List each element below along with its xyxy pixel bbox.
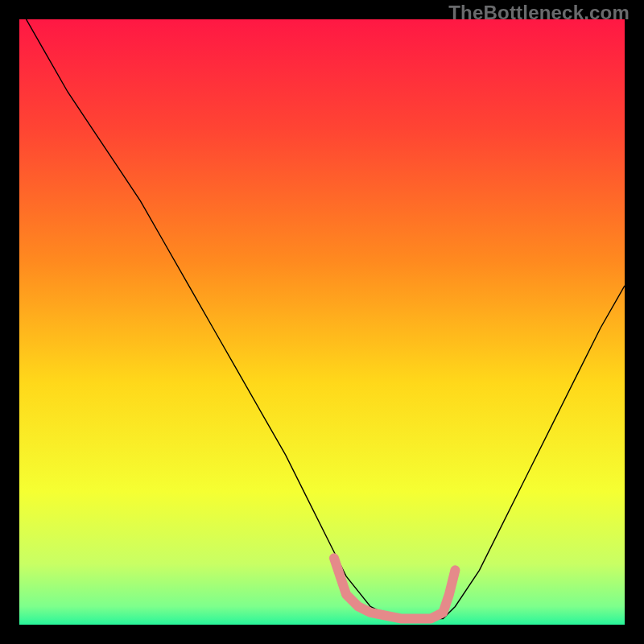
- outer-frame: TheBottleneck.com: [0, 0, 644, 644]
- gradient-background: [19, 19, 625, 625]
- bottleneck-chart: [19, 19, 625, 625]
